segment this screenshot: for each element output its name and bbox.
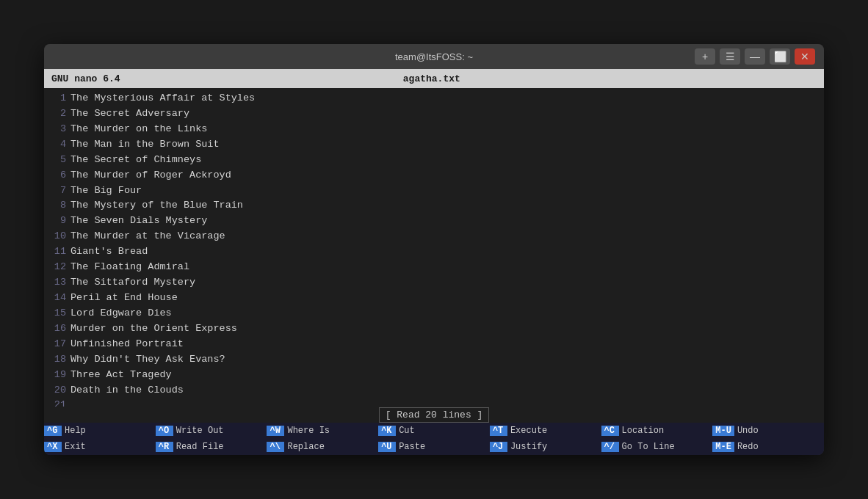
- footer-command[interactable]: ^RRead File: [156, 439, 267, 455]
- status-bar: [ Read 20 lines ]: [44, 407, 824, 423]
- editor-line: 12The Floating Admiral: [44, 260, 824, 275]
- editor-line: 8The Mystery of the Blue Train: [44, 198, 824, 214]
- new-tab-button[interactable]: +: [695, 48, 715, 65]
- footer-command[interactable]: ^XExit: [44, 439, 156, 455]
- footer-shortcut: M-U: [712, 426, 734, 436]
- line-text: The Secret of Chimneys: [70, 153, 201, 168]
- footer-shortcut: M-E: [712, 442, 734, 452]
- titlebar: team@ItsFOSS: ~ + ☰ — ⬜ ✕: [44, 44, 824, 69]
- status-message: [ Read 20 lines ]: [379, 407, 490, 423]
- footer-label: Help: [62, 426, 89, 436]
- line-text: The Murder on the Links: [70, 122, 207, 137]
- line-text: Death in the Clouds: [70, 383, 184, 398]
- nano-footer: ^GHelp^OWrite Out^WWhere Is^KCut^TExecut…: [44, 423, 824, 455]
- nano-filename: agatha.txt: [120, 73, 743, 84]
- editor-area[interactable]: 1The Mysterious Affair at Styles2The Sec…: [44, 88, 824, 407]
- line-text: The Sittaford Mystery: [70, 275, 195, 291]
- footer-shortcut: ^O: [156, 426, 173, 436]
- editor-line: 9The Seven Dials Mystery: [44, 214, 824, 229]
- editor-line: 2The Secret Adversary: [44, 106, 824, 122]
- nano-header: GNU nano 6.4 agatha.txt: [44, 69, 824, 88]
- footer-label: Read File: [173, 442, 227, 452]
- editor-line: 1The Mysterious Affair at Styles: [44, 91, 824, 106]
- footer-command[interactable]: ^JJustify: [490, 439, 601, 455]
- editor-line: 16Murder on the Orient Express: [44, 321, 824, 337]
- footer-command[interactable]: ^WWhere Is: [267, 423, 378, 439]
- editor-line: 19Three Act Tragedy: [44, 368, 824, 383]
- footer-label: Exit: [62, 442, 89, 452]
- editor-line: 6The Murder of Roger Ackroyd: [44, 168, 824, 183]
- line-number: 14: [44, 291, 70, 306]
- footer-command[interactable]: ^CLocation: [601, 423, 713, 439]
- editor-line: 13The Sittaford Mystery: [44, 275, 824, 291]
- line-number: 6: [44, 168, 70, 183]
- menu-button[interactable]: ☰: [720, 48, 740, 65]
- line-number: 10: [44, 229, 70, 244]
- footer-command[interactable]: ^GHelp: [44, 423, 156, 439]
- line-number: 17: [44, 337, 70, 352]
- footer-command[interactable]: ^\ Replace: [267, 439, 378, 455]
- line-number: 7: [44, 183, 70, 199]
- footer-label: Location: [619, 426, 668, 436]
- footer-command[interactable]: ^/Go To Line: [601, 439, 713, 455]
- line-text: The Mystery of the Blue Train: [70, 198, 243, 214]
- line-text: Giant's Bread: [70, 244, 148, 260]
- editor-line: 21: [44, 398, 824, 407]
- line-number: 13: [44, 275, 70, 291]
- editor-line: 17Unfinished Portrait: [44, 337, 824, 352]
- close-button[interactable]: ✕: [795, 48, 815, 65]
- line-text: The Secret Adversary: [70, 106, 189, 122]
- footer-command[interactable]: ^OWrite Out: [156, 423, 267, 439]
- line-text: Murder on the Orient Express: [70, 321, 237, 337]
- editor-line: 5The Secret of Chimneys: [44, 153, 824, 168]
- line-number: 4: [44, 137, 70, 153]
- editor-line: 7The Big Four: [44, 183, 824, 199]
- line-text: The Floating Admiral: [70, 260, 189, 275]
- footer-label: Execute: [507, 426, 550, 436]
- footer-shortcut: ^W: [267, 426, 284, 436]
- footer-shortcut: ^K: [378, 426, 396, 436]
- footer-shortcut: ^\: [267, 442, 284, 452]
- footer-shortcut: ^/: [601, 442, 619, 452]
- footer-command[interactable]: M-ERedo: [712, 439, 824, 455]
- footer-command[interactable]: ^UPaste: [378, 439, 490, 455]
- editor-line: 15Lord Edgware Dies: [44, 306, 824, 321]
- line-text: The Big Four: [70, 183, 142, 199]
- line-text: Peril at End House: [70, 291, 178, 306]
- editor-line: 14Peril at End House: [44, 291, 824, 306]
- line-number: 16: [44, 321, 70, 337]
- line-number: 1: [44, 91, 70, 106]
- minimize-button[interactable]: —: [745, 48, 765, 65]
- line-text: The Murder of Roger Ackroyd: [70, 168, 231, 183]
- editor-line: 4The Man in the Brown Suit: [44, 137, 824, 153]
- line-number: 5: [44, 153, 70, 168]
- line-number: 19: [44, 368, 70, 383]
- footer-shortcut: ^J: [490, 442, 507, 452]
- footer-label: Where Is: [284, 426, 333, 436]
- line-number: 15: [44, 306, 70, 321]
- footer-label: Justify: [507, 442, 550, 452]
- footer-command[interactable]: M-UUndo: [712, 423, 824, 439]
- footer-shortcut: ^T: [490, 426, 507, 436]
- line-text: Three Act Tragedy: [70, 368, 172, 383]
- maximize-button[interactable]: ⬜: [770, 48, 790, 65]
- footer-shortcut: ^X: [44, 442, 62, 452]
- footer-label: Cut: [396, 426, 418, 436]
- line-text: The Man in the Brown Suit: [70, 137, 220, 153]
- line-number: 20: [44, 383, 70, 398]
- footer-command[interactable]: ^KCut: [378, 423, 490, 439]
- line-text: The Murder at the Vicarage: [70, 229, 225, 244]
- line-number: 18: [44, 352, 70, 368]
- nano-version: GNU nano 6.4: [51, 73, 120, 84]
- footer-row-1: ^GHelp^OWrite Out^WWhere Is^KCut^TExecut…: [44, 423, 824, 439]
- editor-line: 20Death in the Clouds: [44, 383, 824, 398]
- footer-command[interactable]: ^TExecute: [490, 423, 601, 439]
- editor-line: 11Giant's Bread: [44, 244, 824, 260]
- footer-label: Undo: [734, 426, 762, 436]
- line-text: Lord Edgware Dies: [70, 306, 172, 321]
- line-text: Unfinished Portrait: [70, 337, 184, 352]
- footer-row-2: ^XExit^RRead File^\ Replace^UPaste^JJust…: [44, 439, 824, 455]
- editor-line: 10The Murder at the Vicarage: [44, 229, 824, 244]
- footer-label: Redo: [734, 442, 762, 452]
- footer-shortcut: ^U: [378, 442, 396, 452]
